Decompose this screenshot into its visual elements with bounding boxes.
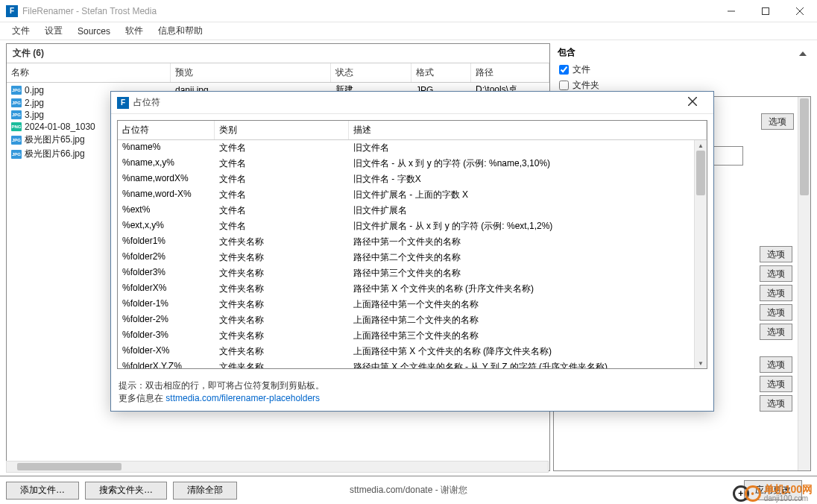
col-name[interactable]: 名称 [7, 63, 171, 82]
placeholder-description: 上面路径中第三个文件夹的名称 [353, 330, 702, 342]
option-button[interactable]: 选项 [760, 356, 792, 373]
placeholder-row[interactable]: %folder-X%文件夹名称上面路径中第 X 个文件夹的名称 (降序文件夹名称… [118, 344, 707, 359]
col-path[interactable]: 路径 [471, 63, 549, 82]
placeholder-token: %name,wordX% [122, 173, 219, 186]
bottom-bar: 添加文件… 搜索文件夹… 清除全部 sttmedia.com/donate - … [0, 476, 817, 504]
filetype-icon: JPG [11, 86, 22, 95]
placeholder-row[interactable]: %folder-1%文件夹名称上面路径中第一个文件夹的名称 [118, 297, 707, 312]
placeholder-description: 旧文件扩展名 - 从 x 到 y 的字符 (示例: %ext,1,2%) [353, 220, 702, 233]
dialog-moreinfo-link[interactable]: sttmedia.com/filerenamer-placeholders [165, 393, 320, 403]
file-name: 3.jpg [25, 110, 44, 120]
placeholder-token: %name% [122, 142, 219, 154]
dialog-icon: F [117, 97, 129, 109]
file-name: 极光图片66.jpg [25, 148, 85, 160]
option-button[interactable]: 选项 [760, 395, 792, 412]
dialog-close-button[interactable] [678, 97, 707, 108]
dialog-table-header: 占位符 类别 描述 [118, 121, 707, 140]
add-files-button[interactable]: 添加文件… [6, 482, 79, 500]
placeholder-category: 文件名 [219, 173, 353, 186]
file-name: 0.jpg [25, 85, 44, 95]
placeholder-row[interactable]: %name,word-X%文件名旧文件扩展名 - 上面的字数 X [118, 187, 707, 203]
placeholders-dialog: F 占位符 占位符 类别 描述 %name%文件名旧文件名%name,x,y%文… [110, 91, 714, 412]
placeholder-token: %folder1% [122, 236, 219, 248]
include-section-header: 包含 [553, 43, 811, 62]
placeholder-row[interactable]: %folderX,Y,Z%文件夹名称路径中第 X 个文件夹的名称 - 从 Y 到… [118, 359, 707, 368]
placeholder-category: 文件名 [219, 204, 353, 217]
minimize-button[interactable] [714, 0, 748, 22]
placeholder-category: 文件夹名称 [219, 267, 353, 280]
placeholder-row[interactable]: %folder2%文件夹名称路径中第二个文件夹的名称 [118, 250, 707, 265]
checkbox-folders-label: 文件夹 [572, 79, 599, 92]
menu-software[interactable]: 软件 [118, 22, 151, 40]
menu-help[interactable]: 信息和帮助 [151, 22, 210, 40]
option-button[interactable]: 选项 [760, 376, 792, 392]
placeholder-row[interactable]: %name,x,y%文件名旧文件名 - 从 x 到 y 的字符 (示例: %na… [118, 156, 707, 171]
placeholder-token: %folder-2% [122, 314, 219, 327]
placeholder-description: 路径中第三个文件夹的名称 [353, 267, 702, 280]
menubar: 文件 设置 Sources 软件 信息和帮助 [0, 22, 817, 40]
menu-file[interactable]: 文件 [4, 22, 37, 40]
placeholder-category: 文件夹名称 [219, 330, 353, 342]
dialog-footer: 提示：双击相应的行，即可将占位符复制到剪贴板。 更多信息在 sttmedia.c… [111, 375, 713, 411]
scroll-down-icon[interactable]: ▼ [695, 358, 707, 368]
file-name: 2024-01-08_1030 [25, 122, 95, 132]
placeholder-row[interactable]: %name%文件名旧文件名 [118, 140, 707, 156]
maximize-button[interactable] [748, 0, 783, 22]
chevron-up-icon[interactable] [799, 48, 807, 58]
placeholder-row[interactable]: %folderX%文件夹名称路径中第 X 个文件夹的名称 (升序文件夹名称) [118, 281, 707, 297]
placeholder-description: 路径中第二个文件夹的名称 [353, 251, 702, 264]
option-button[interactable]: 选项 [760, 285, 792, 301]
file-name: 2.jpg [25, 98, 44, 108]
option-button[interactable]: 选项 [760, 265, 792, 282]
placeholder-description: 旧文件名 - 从 x 到 y 的字符 (示例: %name,3,10%) [353, 157, 702, 170]
filetype-icon: PNG [11, 122, 22, 131]
scroll-up-icon[interactable]: ▲ [695, 140, 707, 151]
placeholder-category: 文件名 [219, 220, 353, 233]
placeholder-description: 上面路径中第 X 个文件夹的名称 (降序文件夹名称) [353, 345, 702, 358]
col-format[interactable]: 格式 [411, 63, 471, 82]
option-button[interactable]: 选项 [761, 113, 794, 130]
placeholder-description: 上面路径中第二个文件夹的名称 [353, 314, 702, 327]
placeholder-description: 路径中第 X 个文件夹的名称 - 从 Y 到 Z 的字符 (升序文件夹名称) [353, 361, 702, 368]
placeholder-row[interactable]: %name,wordX%文件名旧文件名 - 字数X [118, 171, 707, 187]
checkbox-folders[interactable] [559, 81, 569, 90]
close-button[interactable] [783, 0, 817, 22]
placeholder-category: 文件夹名称 [219, 283, 353, 295]
search-folders-button[interactable]: 搜索文件夹… [85, 482, 167, 500]
filetype-icon: JPG [11, 98, 22, 107]
window-title: FileRenamer - Stefan Trost Media [22, 6, 714, 16]
dialog-scrollbar[interactable]: ▲ ▼ [694, 140, 707, 368]
file-name: 极光图片65.jpg [25, 133, 85, 146]
checkbox-files[interactable] [559, 65, 569, 75]
placeholder-token: %folder-1% [122, 298, 219, 311]
horizontal-scrollbar[interactable] [6, 461, 549, 473]
dialog-col-category[interactable]: 类别 [215, 121, 349, 139]
menu-settings[interactable]: 设置 [37, 22, 70, 40]
placeholder-token: %name,x,y% [122, 157, 219, 170]
option-button[interactable]: 选项 [760, 304, 792, 321]
placeholder-category: 文件名 [219, 157, 353, 170]
vertical-scrollbar[interactable] [798, 97, 810, 470]
placeholder-row[interactable]: %folder-3%文件夹名称上面路径中第三个文件夹的名称 [118, 328, 707, 344]
placeholder-category: 文件夹名称 [219, 361, 353, 368]
col-status[interactable]: 状态 [331, 63, 411, 82]
apply-changes-button[interactable]: 应用更改 [744, 480, 802, 500]
placeholder-row[interactable]: %folder1%文件夹名称路径中第一个文件夹的名称 [118, 234, 707, 250]
placeholder-description: 旧文件名 [353, 142, 702, 154]
donate-link[interactable]: sttmedia.com/donate - 谢谢您 [350, 484, 467, 497]
placeholder-row[interactable]: %ext,x,y%文件名旧文件扩展名 - 从 x 到 y 的字符 (示例: %e… [118, 218, 707, 234]
placeholder-row[interactable]: %ext%文件名旧文件扩展名 [118, 203, 707, 218]
option-button[interactable]: 选项 [760, 324, 792, 340]
menu-sources[interactable]: Sources [70, 23, 118, 40]
dialog-col-description[interactable]: 描述 [349, 121, 707, 139]
placeholder-token: %folderX% [122, 283, 219, 295]
placeholder-category: 文件名 [219, 189, 353, 201]
col-preview[interactable]: 预览 [171, 63, 331, 82]
placeholder-row[interactable]: %folder-2%文件夹名称上面路径中第二个文件夹的名称 [118, 312, 707, 328]
placeholder-token: %folderX,Y,Z% [122, 361, 219, 368]
placeholder-row[interactable]: %folder3%文件夹名称路径中第三个文件夹的名称 [118, 265, 707, 281]
clear-all-button[interactable]: 清除全部 [173, 482, 237, 500]
include-title: 包含 [558, 46, 575, 59]
dialog-col-placeholder[interactable]: 占位符 [118, 121, 215, 139]
option-button[interactable]: 选项 [760, 246, 792, 262]
